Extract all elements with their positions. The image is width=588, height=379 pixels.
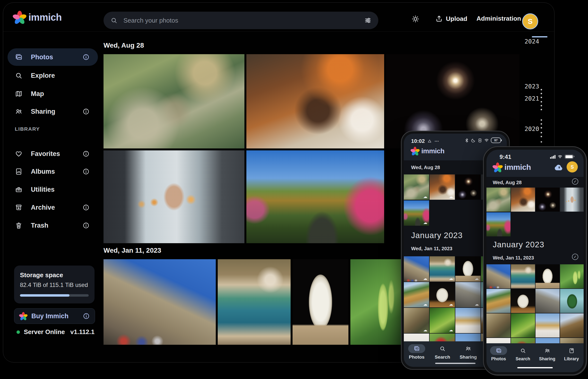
sidebar-item-photos[interactable]: Photos [8,48,98,66]
phone2-screen: 9:41 immich ✓ S Wed, Aug 28 ✓ January 20… [486,150,584,372]
photo-sea-grape[interactable] [350,259,402,345]
phone2-tab-search[interactable]: Search [511,346,535,362]
select-all-check-icon[interactable]: ✓ [572,178,578,185]
photo-thumb-coastal-fort[interactable]: ☁ [429,256,455,282]
people-icon [15,108,23,115]
photo-thumb-church-snow[interactable] [455,308,481,333]
buy-immich-button[interactable]: Buy Immich [14,308,95,324]
administration-link[interactable]: Administration [477,15,521,22]
photo-thumb-rock-sculpture[interactable] [511,289,535,313]
sidebar-item-sharing[interactable]: Sharing [8,104,98,119]
photo-thumb-sea-grape[interactable] [560,264,584,288]
phone1-date-header-2: Wed, Jan 11, 2023 [411,246,452,252]
storage-progress-bar [20,294,89,297]
phone1-tab-sharing[interactable]: Sharing [455,344,481,360]
photo-thumb-sky[interactable]: ☁ [455,333,481,341]
photo-thumb-autumn-park[interactable] [486,212,510,237]
photo-thumb-fireworks[interactable] [455,174,481,200]
photo-thumb-white-wall[interactable] [486,338,510,343]
sidebar-item-favorites[interactable]: Favorites [8,146,98,161]
photo-thumb-rock-sculpture[interactable]: ☁ [429,282,455,307]
search-input[interactable] [123,16,364,25]
photo-sculpture-bust[interactable] [293,259,349,345]
timeline-year[interactable]: 2024 [522,38,539,45]
photo-thumb-dinner-table[interactable]: ☁ [429,174,455,200]
photo-thumb-ruins[interactable]: ☁ [455,282,481,307]
photo-thumb-autumn-park[interactable]: ☁ [404,200,429,226]
photo-coastal-fort[interactable] [218,259,291,345]
photo-thumb-lizard-rocks[interactable] [486,313,510,337]
sidebar-item-trash[interactable]: Trash [8,218,98,233]
home-indicator[interactable] [517,367,553,368]
info-icon[interactable] [82,53,90,61]
photo-thumb-sculpture-bust[interactable] [536,264,559,288]
search-bar[interactable] [104,12,378,29]
storage-title: Storage space [20,271,63,279]
phone1-tab-search[interactable]: Search [429,344,455,360]
immich-flower-icon [20,313,27,320]
photo-thumb-red-fruit[interactable] [511,338,535,343]
photo-thumb-beach-cliff[interactable] [486,289,510,313]
home-indicator[interactable] [435,363,476,364]
photo-thumb-lizard-moss[interactable]: ☁ [429,308,455,333]
timeline-year[interactable]: 2020 [522,125,539,132]
sidebar-item-explore[interactable]: Explore [8,68,98,83]
phone2-tab-library[interactable]: Library [559,346,584,362]
theme-toggle-button[interactable] [411,15,420,23]
info-icon[interactable] [82,204,90,211]
battery-icon [565,155,573,159]
photo-castle-walls[interactable] [104,259,216,345]
info-icon[interactable] [82,168,90,175]
user-avatar[interactable]: S [567,161,578,173]
heart-icon [15,150,23,158]
photo-thumb-red-fruit[interactable]: ☁ [429,333,455,341]
sidebar-item-albums[interactable]: Albums [8,164,98,179]
sidebar-item-map[interactable]: Map [8,86,98,102]
photo-thumb-ruins[interactable] [536,289,559,313]
photo-thumb-church-snow[interactable] [536,313,559,337]
info-icon[interactable] [82,150,90,158]
photo-autumn-park[interactable] [246,150,384,243]
timeline-year[interactable]: 2021 [522,95,539,102]
photo-thumb-zoo-monkeys[interactable]: ☁ [404,174,429,200]
cloud-backup-icon: ☁ [449,276,453,281]
info-icon[interactable] [83,313,90,320]
timeline-position-marker[interactable] [532,36,547,37]
sidebar-item-archive[interactable]: Archive [8,200,98,215]
photo-thumb-holding-hands[interactable] [560,188,584,212]
timeline-year[interactable]: 2023 [522,83,539,90]
photo-thumb-sky[interactable] [536,338,559,343]
photo-thumb-white-wall[interactable]: ☁ [404,333,429,341]
sidebar-item-utilities[interactable]: Utilities [8,182,98,197]
select-all-check-icon[interactable]: ✓ [572,254,578,260]
upload-button[interactable]: Upload [435,15,467,23]
photo-thumb-coastal-fort[interactable] [511,264,535,288]
phone2-tab-photos[interactable]: Photos [486,346,511,362]
photo-thumb-sculpture-bust[interactable]: ☁ [455,256,481,282]
phone2-tab-sharing[interactable]: Sharing [535,346,559,362]
photo-holding-hands[interactable] [104,150,244,243]
user-avatar[interactable]: S [522,13,538,29]
photo-thumb-lizard-rocks[interactable]: ☁ [404,308,429,333]
app-logo[interactable]: immich [14,11,62,23]
phone1-tab-photos[interactable]: Photos [404,344,429,360]
photo-dinner-table[interactable] [246,54,384,148]
photo-thumb-fireworks[interactable] [536,188,559,212]
photo-thumb-lizard-rocks[interactable] [560,338,584,343]
photo-thumb-beach-cliff[interactable]: ☁ [404,282,429,307]
photo-thumb-dinner-table[interactable] [511,188,535,212]
phone1-status-right: 97 [464,138,501,143]
info-icon[interactable] [82,222,90,229]
photo-zoo-monkeys[interactable] [104,54,244,148]
photo-thumb-xmas-tree[interactable] [560,289,584,313]
info-icon[interactable] [82,108,90,115]
people-icon [544,348,550,354]
header-divider [3,31,554,32]
filter-sliders-icon[interactable] [364,17,371,24]
archive-icon [15,204,23,211]
photo-thumb-house-bridge[interactable] [560,313,584,337]
photo-thumb-castle-walls[interactable] [486,264,510,288]
photo-thumb-castle-walls[interactable]: ☁ [404,256,429,282]
photo-thumb-lizard-moss[interactable] [511,313,535,337]
photo-thumb-zoo-monkeys[interactable] [486,188,510,212]
